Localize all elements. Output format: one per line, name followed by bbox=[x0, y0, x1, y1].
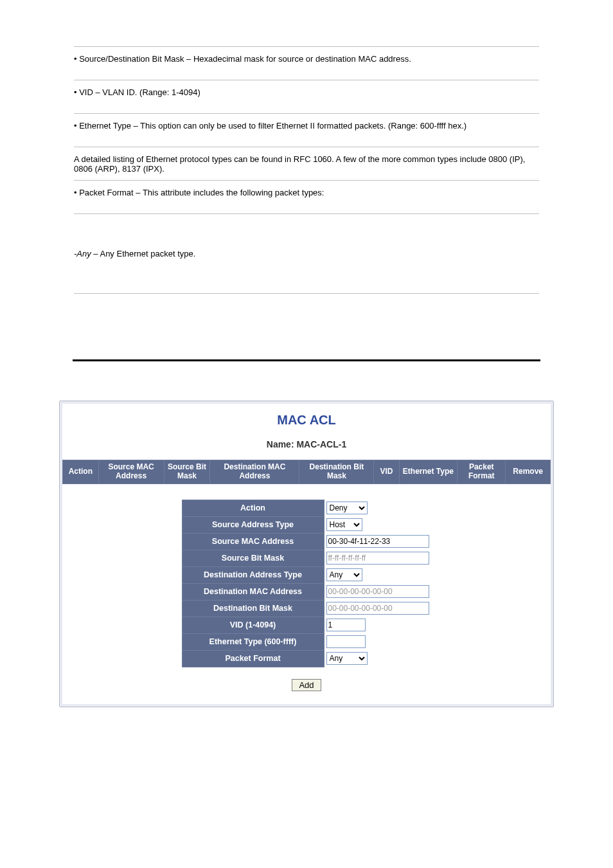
label-dst-mac: Destination MAC Address bbox=[182, 583, 324, 600]
label-dst-mask: Destination Bit Mask bbox=[182, 600, 324, 617]
src-mask-input[interactable] bbox=[326, 552, 429, 565]
label-action: Action bbox=[182, 500, 324, 516]
col-vid: VID bbox=[374, 460, 399, 484]
row-text: • Ethernet Type – This option can only b… bbox=[74, 121, 466, 131]
label-src-mac: Source MAC Address bbox=[182, 533, 324, 550]
figure-title: MAC ACL bbox=[62, 413, 551, 428]
col-remove: Remove bbox=[506, 460, 551, 484]
label-src-type: Source Address Type bbox=[182, 516, 324, 533]
section-divider bbox=[73, 359, 540, 362]
col-src-mask: Source Bit Mask bbox=[164, 460, 210, 484]
dst-mask-input[interactable] bbox=[326, 602, 429, 615]
action-select[interactable]: Deny bbox=[326, 502, 368, 514]
dst-type-select[interactable]: Any bbox=[326, 568, 362, 581]
col-dst-mac: Destination MAC Address bbox=[210, 460, 299, 484]
vid-input[interactable] bbox=[326, 619, 366, 631]
param-any: -Any – Any Ethernet packet type. bbox=[74, 240, 539, 260]
mac-acl-figure: MAC ACL Name: MAC-ACL-1 Action Source MA… bbox=[59, 401, 554, 707]
col-dst-mask: Destination Bit Mask bbox=[299, 460, 374, 484]
text-row: • Ethernet Type – This option can only b… bbox=[74, 113, 539, 147]
text-row: • Source/Destination Bit Mask – Hexadeci… bbox=[74, 46, 539, 80]
col-src-mac: Source MAC Address bbox=[98, 460, 164, 484]
src-mac-input[interactable] bbox=[326, 535, 429, 548]
figure-subtitle: Name: MAC-ACL-1 bbox=[62, 439, 551, 449]
row-text: • VID – VLAN ID. (Range: 1-4094) bbox=[74, 87, 200, 97]
acl-form-table: Action Deny Source Address Type Host Sou… bbox=[182, 500, 432, 667]
text-row: • VID – VLAN ID. (Range: 1-4094) bbox=[74, 80, 539, 113]
label-vid: VID (1-4094) bbox=[182, 617, 324, 633]
col-action: Action bbox=[63, 460, 99, 484]
acl-header-table: Action Source MAC Address Source Bit Mas… bbox=[62, 460, 551, 484]
text-row: A detailed listing of Ethernet protocol … bbox=[74, 147, 539, 180]
add-button[interactable]: Add bbox=[292, 679, 321, 691]
text-row-blank bbox=[74, 293, 539, 320]
row-text: A detailed listing of Ethernet protocol … bbox=[74, 154, 525, 174]
label-dst-type: Destination Address Type bbox=[182, 566, 324, 583]
text-row-blank bbox=[74, 213, 539, 240]
label-src-mask: Source Bit Mask bbox=[182, 550, 324, 566]
row-text: • Packet Format – This attribute include… bbox=[74, 188, 324, 197]
eth-type-input[interactable] bbox=[326, 635, 366, 648]
dst-mac-input[interactable] bbox=[326, 585, 429, 598]
col-eth-type: Ethernet Type bbox=[399, 460, 457, 484]
packet-format-select[interactable]: Any bbox=[326, 652, 368, 665]
label-packet-format: Packet Format bbox=[182, 650, 324, 667]
col-packet-format: Packet Format bbox=[458, 460, 506, 484]
text-row: • Packet Format – This attribute include… bbox=[74, 180, 539, 213]
src-type-select[interactable]: Host bbox=[326, 518, 362, 531]
label-eth-type: Ethernet Type (600-ffff) bbox=[182, 633, 324, 650]
row-text: • Source/Destination Bit Mask – Hexadeci… bbox=[74, 54, 411, 64]
